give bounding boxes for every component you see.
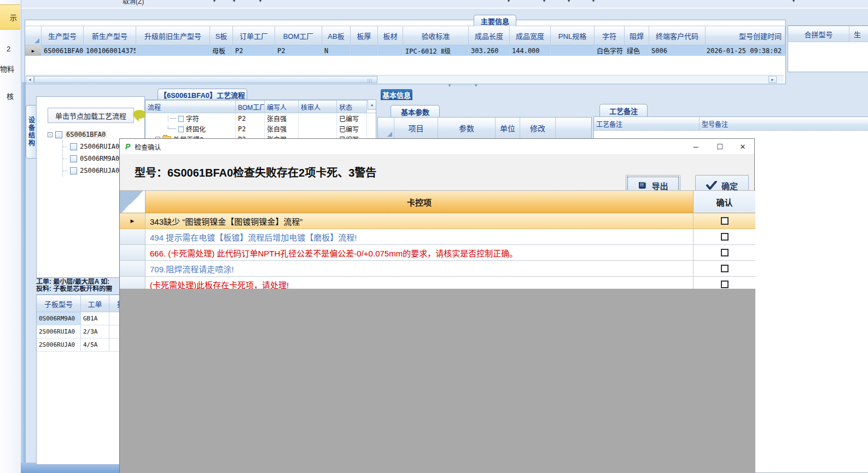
tree-child-item[interactable]: 2S006RUIA0 xyxy=(63,141,119,153)
tree-checkbox[interactable] xyxy=(70,143,77,150)
select-all-corner[interactable] xyxy=(378,118,394,138)
tab-structure-vertical[interactable]: 设备结构 xyxy=(26,105,36,159)
close-icon[interactable]: ✕ xyxy=(733,139,752,154)
column-header[interactable]: 板厚 xyxy=(351,26,378,45)
grid-cell: N xyxy=(322,45,351,56)
cancel-menu-item[interactable]: 取消(Z) xyxy=(123,0,144,5)
tree-root-item[interactable]: - 6S0061BFA0 xyxy=(48,129,119,141)
tab-basic-params[interactable]: 基本参数 xyxy=(391,105,440,118)
confirm-checkbox[interactable] xyxy=(721,233,729,241)
column-header[interactable]: 参数 xyxy=(438,118,496,138)
column-header[interactable]: 终端客户代码 xyxy=(649,26,706,45)
tree-root-label[interactable]: 6S0061BFA0 xyxy=(65,131,107,138)
main-grid-selected-row[interactable]: ▶ 6S0061BFA0 10010600143750 母板 P2 P2 N I… xyxy=(25,45,785,56)
dropdown-arrow-icon[interactable]: ▼ xyxy=(232,0,236,3)
tab-process-remark[interactable]: 工艺备注 xyxy=(599,104,648,117)
column-header[interactable]: 子板型号 xyxy=(37,295,81,312)
column-header[interactable]: 升级前旧生产型号 xyxy=(136,26,210,45)
column-header[interactable]: 生 xyxy=(849,26,868,42)
horizontal-scrollbar[interactable]: ◄ ||| ► xyxy=(26,75,784,83)
column-header[interactable]: 工单 xyxy=(81,295,109,312)
column-header[interactable]: 成品长度 xyxy=(469,26,510,45)
sidebar-item[interactable]: 2 xyxy=(0,45,27,53)
tree-checkbox[interactable] xyxy=(55,131,62,138)
column-header[interactable]: 单位 xyxy=(496,118,520,138)
column-header[interactable]: 成品宽度 xyxy=(510,26,551,45)
tree-checkbox[interactable] xyxy=(70,155,77,162)
tab-basic-info[interactable]: 基本信息 xyxy=(381,89,412,100)
main-info-grid-panel: 生产型号 新生产型号 升级前旧生产型号 S板 订单工厂 BOM工厂 AB板 板厚… xyxy=(25,20,786,84)
column-header[interactable]: 型号创建时间 xyxy=(706,26,785,45)
sidebar-item[interactable]: 物料 xyxy=(0,63,26,74)
dropdown-arrow-icon[interactable]: ▼ xyxy=(567,0,571,3)
column-header[interactable]: 合拼型号 xyxy=(788,26,849,42)
column-header[interactable]: 生产型号 xyxy=(42,26,84,45)
column-header[interactable]: PNL规格 xyxy=(551,26,595,45)
column-header[interactable]: 验收标准 xyxy=(403,26,469,45)
column-header[interactable]: 板材 xyxy=(378,26,403,45)
load-process-hint: 单击节点加载工艺流程 xyxy=(48,108,134,123)
worder-line2: 投料: 子板是芯板开料的需 xyxy=(36,285,119,293)
column-header[interactable]: 修改 xyxy=(520,118,556,138)
column-header-confirm[interactable]: 确认 xyxy=(694,191,755,213)
tab-main-info[interactable]: 主要信息 xyxy=(474,15,516,26)
tab-process-flow[interactable]: 【6S0061BFA0】工艺流程 xyxy=(158,89,247,101)
subboard-grid: 子板型号 工单 投 0S006RM9A0 GB1A 2S006RUIA0 2/3… xyxy=(36,294,132,465)
column-header[interactable]: S板 xyxy=(210,26,233,45)
column-header[interactable]: BOM工厂 xyxy=(275,26,322,45)
column-header[interactable]: 状态 xyxy=(337,101,367,113)
column-header[interactable]: 订单工厂 xyxy=(233,26,275,45)
scroll-right-icon[interactable]: ► xyxy=(768,76,777,83)
check-item-row[interactable]: ▶ 343缺少 “图镀铜镍金【图镀铜镍金】流程” xyxy=(120,213,755,229)
column-header[interactable]: 项目 xyxy=(394,118,438,138)
column-header[interactable]: 阻焊 xyxy=(625,26,649,45)
check-item-row[interactable]: 709.阻焊流程请走喷涂! xyxy=(120,261,755,277)
sidebar-item-selected[interactable]: 示 xyxy=(0,4,20,30)
dropdown-arrow-icon[interactable]: ▼ xyxy=(791,0,796,3)
check-item-row[interactable]: 494 提示需在电镀【板镀】流程后增加电镀【磨板】流程! xyxy=(120,229,755,245)
scrollbar-thumb[interactable]: ||| xyxy=(34,76,377,83)
tree-child-label[interactable]: 0S006RM9A0 xyxy=(80,155,119,162)
splitter-handle[interactable]: ▼ ········· ▼ xyxy=(447,83,479,88)
dropdown-arrow-icon[interactable]: ▼ xyxy=(506,0,511,3)
confirm-checkbox[interactable] xyxy=(721,281,729,288)
dropdown-arrow-icon[interactable]: ▼ xyxy=(258,0,263,3)
column-header[interactable]: BOM工厂 xyxy=(236,101,265,113)
process-row[interactable]: ┊──字符 P2 张自强 已编写 xyxy=(145,113,376,124)
column-header[interactable]: AB板 xyxy=(322,26,351,45)
column-header-control-item[interactable]: 卡控项 xyxy=(145,191,694,213)
subboard-row[interactable]: 2S006RUIA0 2/3A xyxy=(37,325,132,338)
tree-child-label[interactable]: 2S006RUJA0 xyxy=(80,167,119,174)
confirm-checkbox[interactable] xyxy=(721,249,729,256)
minimize-icon[interactable]: ─ xyxy=(686,139,705,154)
column-header[interactable]: 流程 xyxy=(145,101,236,113)
tree-child-item[interactable]: 0S006RM9A0 xyxy=(63,153,119,165)
check-item-row[interactable]: 666. (卡死需处理) 此代码订单NPTH孔径公差不是偏公差-0/+0.075… xyxy=(120,245,755,261)
scroll-up-icon[interactable]: ▲ xyxy=(368,100,376,110)
check-confirm-dialog: P 检查确认 ─ ☐ ✕ 型号：6S0061BFA0检查失败存在2项卡死、3警告… xyxy=(119,138,755,473)
column-header[interactable]: 型号备注 xyxy=(700,117,868,130)
subboard-row[interactable]: 0S006RM9A0 GB1A xyxy=(37,312,132,325)
column-header[interactable]: 字符 xyxy=(595,26,625,45)
column-header[interactable]: 新生产型号 xyxy=(84,26,136,45)
dialog-titlebar[interactable]: P 检查确认 xyxy=(120,139,754,154)
tree-child-item[interactable]: 2S006RUJA0 xyxy=(63,165,119,177)
tree-child-label[interactable]: 2S006RUIA0 xyxy=(80,143,119,150)
select-all-corner[interactable] xyxy=(120,191,145,213)
grid-cell: IPC-6012 Ⅱ级 xyxy=(403,45,469,56)
confirm-checkbox[interactable] xyxy=(721,265,729,272)
dropdown-arrow-icon[interactable]: ▼ xyxy=(591,0,596,3)
confirm-checkbox[interactable] xyxy=(721,217,729,225)
tree-checkbox[interactable] xyxy=(70,167,77,174)
select-all-corner[interactable] xyxy=(25,26,42,45)
column-header[interactable]: 工艺备注 xyxy=(594,117,700,130)
dropdown-arrow-icon[interactable]: ▼ xyxy=(212,0,217,3)
maximize-icon[interactable]: ☐ xyxy=(710,139,729,154)
subboard-row[interactable]: 2S006RUJA0 4/5A xyxy=(37,338,132,352)
collapse-icon[interactable]: - xyxy=(48,132,53,137)
dropdown-arrow-icon[interactable]: ▼ xyxy=(542,0,546,3)
scroll-left-icon[interactable]: ◄ xyxy=(26,76,34,83)
column-header[interactable]: 核审人 xyxy=(299,101,337,113)
column-header[interactable]: 编写人 xyxy=(265,101,299,113)
process-row[interactable]: └──终固化 P2 张自强 已编写 xyxy=(145,124,376,134)
